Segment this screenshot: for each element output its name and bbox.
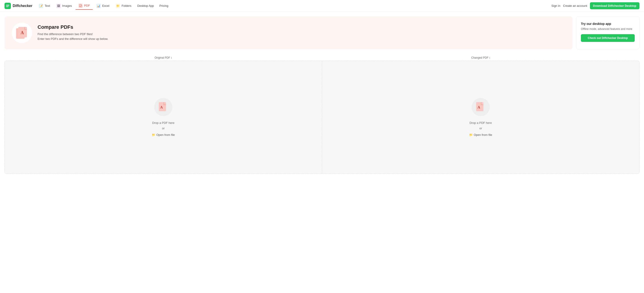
changed-drop-text: Drop a PDF here or: [470, 120, 492, 131]
images-tab-icon: 🖼: [56, 4, 61, 8]
nav-desktop-link[interactable]: Desktop App: [135, 3, 156, 9]
folder-icon: 📁: [152, 133, 156, 137]
pdf-tab-icon: [78, 4, 83, 8]
desktop-promo-title: Try our desktop app: [581, 22, 611, 26]
desktop-promo-button[interactable]: Check out Diffchecker Desktop: [581, 34, 635, 42]
hero-pdf-icon: A: [14, 25, 30, 41]
original-info-icon: ℹ: [171, 56, 172, 59]
logo-text: Diffchecker: [13, 4, 32, 8]
nav-tab-excel[interactable]: 📊 Excel: [94, 2, 112, 10]
changed-drop-icon-circle: A: [472, 98, 490, 116]
drop-zones-wrapper: Original PDF ℹ Changed PDF ℹ A Drop a PD…: [0, 52, 644, 178]
nav-tab-pdf[interactable]: PDF: [76, 2, 93, 10]
svg-text:A: A: [20, 30, 24, 35]
create-account-button[interactable]: Create an account: [563, 4, 587, 8]
hero-title: Compare PDFs: [38, 24, 108, 30]
hero-section: A Compare PDFs Find the difference betwe…: [0, 12, 644, 52]
changed-pdf-label: Changed PDF ℹ: [322, 56, 640, 59]
original-pdf-label: Original PDF ℹ: [4, 56, 322, 59]
changed-info-icon: ℹ: [489, 56, 490, 59]
changed-drop-zone[interactable]: A Drop a PDF here or 📁 Open from file: [322, 61, 639, 174]
changed-open-file-link[interactable]: 📁 Open from file: [469, 133, 492, 137]
original-drop-text: Drop a PDF here or: [152, 120, 174, 131]
hero-text: Compare PDFs Find the difference between…: [38, 24, 108, 42]
hero-banner: A Compare PDFs Find the difference betwe…: [4, 16, 572, 49]
original-drop-icon-circle: A: [154, 98, 172, 116]
nav-tab-folders-label: Folders: [122, 4, 131, 8]
nav-tab-excel-label: Excel: [102, 4, 110, 8]
nav-right: Sign in Create an account Download Diffc…: [552, 2, 640, 9]
folders-tab-icon: 📁: [116, 4, 120, 8]
logo-icon: [4, 3, 11, 9]
hero-desc-line2: Enter two PDFs and the difference will s…: [38, 37, 108, 42]
hero-icon-area: A: [12, 23, 32, 43]
original-drop-zone[interactable]: A Drop a PDF here or 📁 Open from file: [5, 61, 322, 174]
desktop-promo-card: Try our desktop app Offline mode, advanc…: [576, 16, 640, 49]
svg-text:A: A: [160, 105, 163, 109]
download-desktop-button[interactable]: Download Diffchecker Desktop: [590, 2, 640, 9]
nav-tab-images[interactable]: 🖼 Images: [54, 2, 75, 10]
drop-zones-labels: Original PDF ℹ Changed PDF ℹ: [4, 56, 640, 59]
hero-desc-line1: Find the difference between two PDF file…: [38, 32, 108, 37]
nav-pricing-link[interactable]: Pricing: [157, 3, 171, 9]
changed-pdf-icon: A: [475, 101, 486, 113]
drop-zones: A Drop a PDF here or 📁 Open from file A: [4, 61, 640, 174]
text-tab-icon: 📝: [39, 4, 43, 8]
svg-text:A: A: [478, 105, 480, 109]
sign-in-button[interactable]: Sign in: [552, 4, 560, 8]
original-pdf-icon: A: [158, 101, 169, 113]
nav-tab-folders[interactable]: 📁 Folders: [113, 2, 134, 10]
nav-tab-images-label: Images: [62, 4, 72, 8]
excel-tab-icon: 📊: [96, 4, 101, 8]
desktop-promo-desc: Offline mode, advanced features and more: [581, 27, 632, 31]
original-open-file-link[interactable]: 📁 Open from file: [152, 133, 175, 137]
nav-tab-text-label: Text: [44, 4, 50, 8]
navbar: Diffchecker 📝 Text 🖼 Images PDF 📊 Excel …: [0, 0, 644, 12]
folder-icon-2: 📁: [469, 133, 473, 137]
logo[interactable]: Diffchecker: [4, 3, 32, 9]
nav-tab-pdf-label: PDF: [84, 4, 90, 7]
nav-tab-text[interactable]: 📝 Text: [36, 2, 53, 10]
